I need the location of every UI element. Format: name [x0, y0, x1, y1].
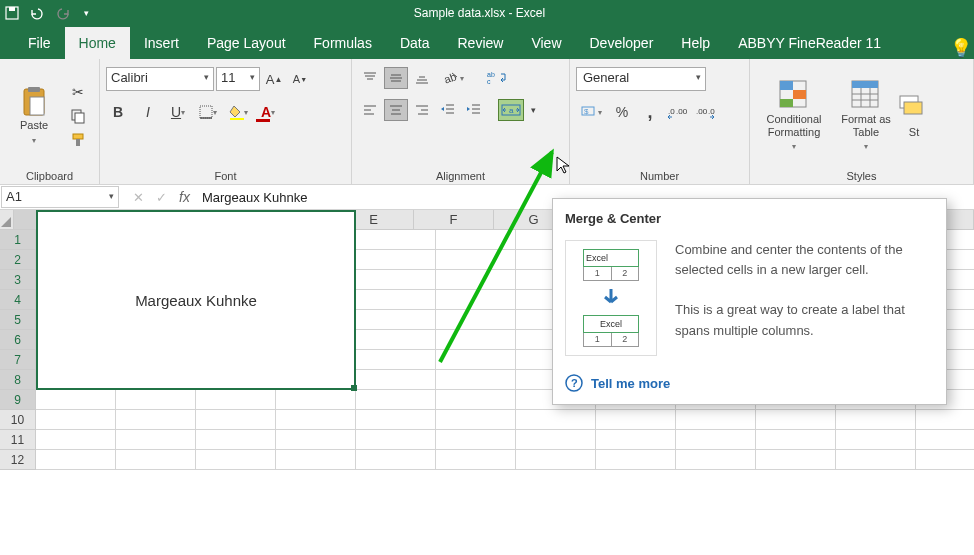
align-top-icon[interactable]: [358, 67, 382, 89]
cell[interactable]: [836, 430, 916, 450]
tab-formulas[interactable]: Formulas: [300, 27, 386, 59]
row-header-2[interactable]: 2: [0, 250, 36, 270]
cell[interactable]: [516, 450, 596, 470]
cell[interactable]: [276, 390, 356, 410]
cancel-formula-icon[interactable]: ✕: [133, 190, 144, 205]
cell[interactable]: [116, 430, 196, 450]
cell[interactable]: [516, 410, 596, 430]
cell[interactable]: [596, 450, 676, 470]
tab-page-layout[interactable]: Page Layout: [193, 27, 300, 59]
cell[interactable]: [436, 370, 516, 390]
cell[interactable]: [356, 290, 436, 310]
font-name-select[interactable]: Calibri: [106, 67, 214, 91]
cell[interactable]: [756, 410, 836, 430]
merged-cell[interactable]: Margeaux Kuhnke: [36, 210, 356, 390]
italic-button[interactable]: I: [136, 101, 160, 123]
underline-button[interactable]: U: [166, 101, 190, 123]
cell[interactable]: [436, 430, 516, 450]
format-painter-icon[interactable]: [66, 129, 90, 151]
tab-help[interactable]: Help: [667, 27, 724, 59]
paste-button[interactable]: Paste: [6, 63, 62, 168]
number-format-select[interactable]: General: [576, 67, 706, 91]
cell[interactable]: [116, 390, 196, 410]
cell[interactable]: [436, 330, 516, 350]
cell[interactable]: [196, 450, 276, 470]
cell[interactable]: [916, 450, 974, 470]
cell-styles-button[interactable]: St: [900, 63, 928, 168]
row-header-10[interactable]: 10: [0, 410, 36, 430]
cell[interactable]: [196, 410, 276, 430]
row-header-3[interactable]: 3: [0, 270, 36, 290]
font-color-button[interactable]: A: [256, 101, 280, 123]
tab-abbyy[interactable]: ABBYY FineReader 11: [724, 27, 895, 59]
decrease-font-icon[interactable]: A▼: [288, 68, 312, 90]
font-size-select[interactable]: 11: [216, 67, 260, 91]
cell[interactable]: [436, 230, 516, 250]
tell-me-more-link[interactable]: ? Tell me more: [565, 374, 934, 392]
accounting-format-icon[interactable]: $: [576, 101, 606, 123]
row-header-11[interactable]: 11: [0, 430, 36, 450]
merge-center-dropdown-icon[interactable]: ▾: [526, 99, 540, 121]
cell[interactable]: [356, 250, 436, 270]
cell[interactable]: [676, 410, 756, 430]
tab-file[interactable]: File: [18, 27, 65, 59]
cell[interactable]: [36, 410, 116, 430]
column-header-F[interactable]: F: [414, 210, 494, 229]
cell[interactable]: [356, 270, 436, 290]
cell[interactable]: [276, 410, 356, 430]
row-header-9[interactable]: 9: [0, 390, 36, 410]
name-box[interactable]: A1: [1, 186, 119, 208]
tab-home[interactable]: Home: [65, 27, 130, 59]
tab-review[interactable]: Review: [444, 27, 518, 59]
cell[interactable]: [436, 410, 516, 430]
fill-handle[interactable]: [351, 385, 357, 391]
fill-color-button[interactable]: [226, 101, 250, 123]
formula-bar[interactable]: Margeaux Kuhnke: [202, 190, 308, 205]
cell[interactable]: [356, 370, 436, 390]
decrease-indent-icon[interactable]: [436, 99, 460, 121]
cell[interactable]: [916, 410, 974, 430]
cell[interactable]: [356, 310, 436, 330]
fx-icon[interactable]: fx: [179, 189, 190, 205]
cell[interactable]: [676, 430, 756, 450]
tab-data[interactable]: Data: [386, 27, 444, 59]
tab-view[interactable]: View: [517, 27, 575, 59]
cell[interactable]: [596, 410, 676, 430]
row-header-1[interactable]: 1: [0, 230, 36, 250]
cell[interactable]: [596, 430, 676, 450]
cell[interactable]: [356, 410, 436, 430]
format-as-table-button[interactable]: Format as Table: [836, 63, 896, 168]
cell[interactable]: [356, 430, 436, 450]
cell[interactable]: [436, 450, 516, 470]
cell[interactable]: [436, 290, 516, 310]
bold-button[interactable]: B: [106, 101, 130, 123]
cell[interactable]: [676, 450, 756, 470]
cell[interactable]: [516, 430, 596, 450]
copy-icon[interactable]: [66, 105, 90, 127]
row-header-7[interactable]: 7: [0, 350, 36, 370]
align-center-icon[interactable]: [384, 99, 408, 121]
cell[interactable]: [36, 430, 116, 450]
cell[interactable]: [356, 450, 436, 470]
row-header-4[interactable]: 4: [0, 290, 36, 310]
percent-icon[interactable]: %: [610, 101, 634, 123]
cell[interactable]: [756, 430, 836, 450]
comma-icon[interactable]: ,: [638, 101, 662, 123]
align-right-icon[interactable]: [410, 99, 434, 121]
cell[interactable]: [116, 410, 196, 430]
increase-decimal-icon[interactable]: .0.00: [666, 101, 690, 123]
cell[interactable]: [36, 450, 116, 470]
cell[interactable]: [356, 390, 436, 410]
cell[interactable]: [116, 450, 196, 470]
row-header-12[interactable]: 12: [0, 450, 36, 470]
align-left-icon[interactable]: [358, 99, 382, 121]
increase-font-icon[interactable]: A▲: [262, 68, 286, 90]
row-header-8[interactable]: 8: [0, 370, 36, 390]
select-all-corner[interactable]: [0, 210, 14, 229]
cell[interactable]: [436, 270, 516, 290]
cell[interactable]: [836, 450, 916, 470]
cell[interactable]: [36, 390, 116, 410]
increase-indent-icon[interactable]: [462, 99, 486, 121]
cell[interactable]: [276, 430, 356, 450]
cell[interactable]: [756, 450, 836, 470]
